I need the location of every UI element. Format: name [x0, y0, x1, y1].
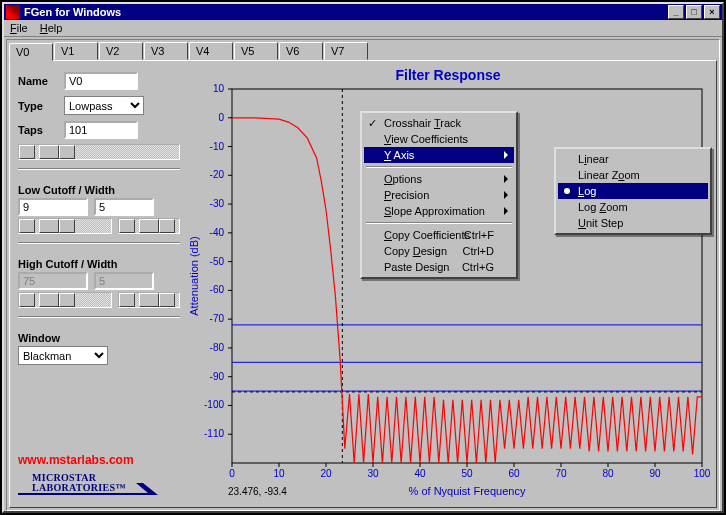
app-icon	[6, 5, 20, 19]
svg-text:20: 20	[320, 468, 332, 479]
svg-text:% of Nyquist Frequency: % of Nyquist Frequency	[409, 485, 526, 497]
type-select[interactable]: Lowpass	[64, 96, 144, 115]
close-button[interactable]: ×	[704, 5, 720, 19]
svg-text:30: 30	[367, 468, 379, 479]
svg-text:0: 0	[229, 468, 235, 479]
brand-logo: MICROSTAR LABORATORIES™	[18, 471, 180, 499]
menu-item[interactable]: View Coefficients	[364, 131, 514, 147]
minimize-button[interactable]: _	[668, 5, 684, 19]
low-cutoff-label: Low Cutoff / Width	[18, 184, 180, 196]
tab-v7[interactable]: V7	[324, 42, 368, 60]
svg-text:50: 50	[461, 468, 473, 479]
tab-v5[interactable]: V5	[234, 42, 278, 60]
titlebar[interactable]: FGen for Windows _ □ ×	[4, 4, 722, 20]
tab-v1[interactable]: V1	[54, 42, 98, 60]
taps-slider[interactable]	[18, 144, 180, 160]
tab-v2[interactable]: V2	[99, 42, 143, 60]
window-label: Window	[18, 332, 180, 344]
svg-text:-90: -90	[210, 371, 225, 382]
params-panel: Name Type Lowpass Taps Low Cutoff / Widt…	[14, 65, 184, 503]
high-cutoff-input	[18, 272, 88, 290]
svg-text:LABORATORIES™: LABORATORIES™	[32, 482, 126, 493]
low-width-slider[interactable]	[118, 218, 180, 234]
high-cutoff-slider	[18, 292, 112, 308]
svg-text:80: 80	[602, 468, 614, 479]
chart-title: Filter Response	[395, 67, 500, 83]
maximize-button[interactable]: □	[686, 5, 702, 19]
svg-text:-30: -30	[210, 198, 225, 209]
window-select[interactable]: Blackman	[18, 346, 108, 365]
svg-text:10: 10	[213, 83, 225, 94]
svg-text:60: 60	[508, 468, 520, 479]
menu-help[interactable]: Help	[40, 22, 63, 34]
app-title: FGen for Windows	[24, 6, 666, 18]
low-width-input[interactable]	[94, 198, 154, 216]
svg-text:100: 100	[694, 468, 711, 479]
submenu-item[interactable]: Linear Zoom	[558, 167, 708, 183]
context-submenu-yaxis[interactable]: LinearLinear ZoomLogLog ZoomUnit Step	[554, 147, 712, 235]
svg-text:10: 10	[273, 468, 285, 479]
type-label: Type	[18, 100, 64, 112]
submenu-item[interactable]: Log Zoom	[558, 199, 708, 215]
svg-text:70: 70	[555, 468, 567, 479]
tab-v0[interactable]: V0	[9, 43, 53, 61]
app-window: FGen for Windows _ □ × File Help V0V1V2V…	[2, 2, 724, 513]
submenu-item[interactable]: Unit Step	[558, 215, 708, 231]
high-width-slider	[118, 292, 180, 308]
svg-text:-100: -100	[204, 399, 224, 410]
menu-item[interactable]: Slope Approximation	[364, 203, 514, 219]
name-label: Name	[18, 75, 64, 87]
submenu-item[interactable]: Linear	[558, 151, 708, 167]
tabs: V0V1V2V3V4V5V6V7	[7, 40, 719, 60]
menu-item[interactable]: Options	[364, 171, 514, 187]
svg-text:-70: -70	[210, 313, 225, 324]
menu-item[interactable]: Paste DesignCtrl+G	[364, 259, 514, 275]
svg-text:-110: -110	[204, 428, 224, 439]
svg-text:-60: -60	[210, 284, 225, 295]
svg-text:Attenuation (dB): Attenuation (dB)	[188, 236, 200, 316]
name-input[interactable]	[64, 72, 138, 90]
svg-text:23.476, -93.4: 23.476, -93.4	[228, 486, 287, 497]
svg-text:40: 40	[414, 468, 426, 479]
context-menu[interactable]: ✓Crosshair TrackView CoefficientsY AxisO…	[360, 111, 518, 279]
menu-item[interactable]: Copy DesignCtrl+D	[364, 243, 514, 259]
svg-text:90: 90	[649, 468, 661, 479]
tab-v4[interactable]: V4	[189, 42, 233, 60]
taps-input[interactable]	[64, 121, 138, 139]
svg-text:0: 0	[218, 112, 224, 123]
high-cutoff-label: High Cutoff / Width	[18, 258, 180, 270]
svg-text:-40: -40	[210, 227, 225, 238]
svg-text:-80: -80	[210, 342, 225, 353]
svg-text:-50: -50	[210, 256, 225, 267]
menubar: File Help	[4, 20, 722, 37]
menu-item[interactable]: Precision	[364, 187, 514, 203]
taps-label: Taps	[18, 124, 64, 136]
menu-item[interactable]: ✓Crosshair Track	[364, 115, 514, 131]
tab-v3[interactable]: V3	[144, 42, 188, 60]
tab-v6[interactable]: V6	[279, 42, 323, 60]
high-width-input	[94, 272, 154, 290]
menu-file[interactable]: File	[10, 22, 28, 34]
svg-text:-10: -10	[210, 141, 225, 152]
submenu-item[interactable]: Log	[558, 183, 708, 199]
low-cutoff-slider[interactable]	[18, 218, 112, 234]
brand-url[interactable]: www.mstarlabs.com	[18, 453, 180, 467]
menu-item[interactable]: Y Axis	[364, 147, 514, 163]
menu-item[interactable]: Copy CoefficientsCtrl+F	[364, 227, 514, 243]
client-area: V0V1V2V3V4V5V6V7 Name Type Lowpass Taps …	[6, 39, 720, 511]
low-cutoff-input[interactable]	[18, 198, 88, 216]
svg-text:-20: -20	[210, 169, 225, 180]
tab-content: Name Type Lowpass Taps Low Cutoff / Widt…	[9, 60, 717, 508]
